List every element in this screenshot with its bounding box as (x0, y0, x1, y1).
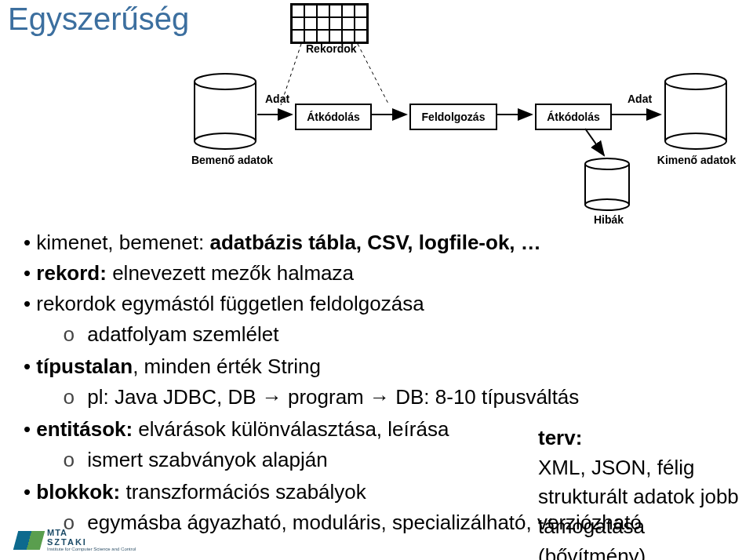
svg-point-0 (195, 74, 256, 89)
svg-point-2 (665, 74, 726, 89)
label-output-db: Kimenő adatok (649, 154, 744, 166)
bullet-3: rekordok egymástól független feldolgozás… (24, 289, 729, 351)
bullet-4: típustalan, minden érték String pl: Java… (24, 351, 729, 414)
label-input-db: Bemenő adatok (185, 154, 279, 166)
bullet-3-sub: adatfolyam szemlélet (63, 319, 729, 351)
svg-point-3 (665, 133, 726, 149)
svg-point-1 (195, 133, 256, 149)
stage-process: Feldolgozás (409, 104, 497, 130)
bullet-2: rekord: elnevezett mezők halmaza (24, 258, 729, 289)
label-records: Rekordok (306, 42, 353, 55)
records-grid (290, 3, 369, 44)
logo-text: MTA SZTAKI Institute for Computer Scienc… (47, 528, 136, 552)
stage-transcode-out: Átkódolás (535, 104, 612, 130)
cylinder-input (193, 72, 257, 151)
svg-line-12 (358, 44, 389, 105)
mta-sztaki-logo: MTA SZTAKI Institute for Computer Scienc… (16, 528, 136, 552)
sidebox-text: XML, JSON, félig strukturált adatok jobb… (538, 453, 742, 560)
cylinder-output (664, 72, 728, 151)
svg-point-5 (585, 199, 629, 210)
bullet-1: kimenet, bemenet: adatbázis tábla, CSV, … (24, 227, 729, 258)
slide-title: Egyszerűség (8, 2, 189, 37)
pipeline-diagram: Bemenő adatok Kimenő adatok Hibák Rekord… (193, 3, 740, 215)
label-adat-left: Adat (265, 93, 289, 105)
logo-icon (13, 531, 45, 550)
stage-transcode-in: Átkódolás (295, 104, 372, 130)
sidebox-title: terv: (538, 424, 742, 453)
label-adat-right: Adat (628, 93, 652, 105)
sidebox-plan: terv: XML, JSON, félig strukturált adato… (538, 424, 742, 560)
bullet-4-sub: pl: Java JDBC, DB → program → DB: 8-10 t… (63, 382, 729, 414)
cylinder-errors (584, 157, 631, 212)
svg-point-4 (585, 158, 629, 169)
label-errors-db: Hibák (589, 213, 628, 226)
svg-line-10 (585, 129, 604, 155)
